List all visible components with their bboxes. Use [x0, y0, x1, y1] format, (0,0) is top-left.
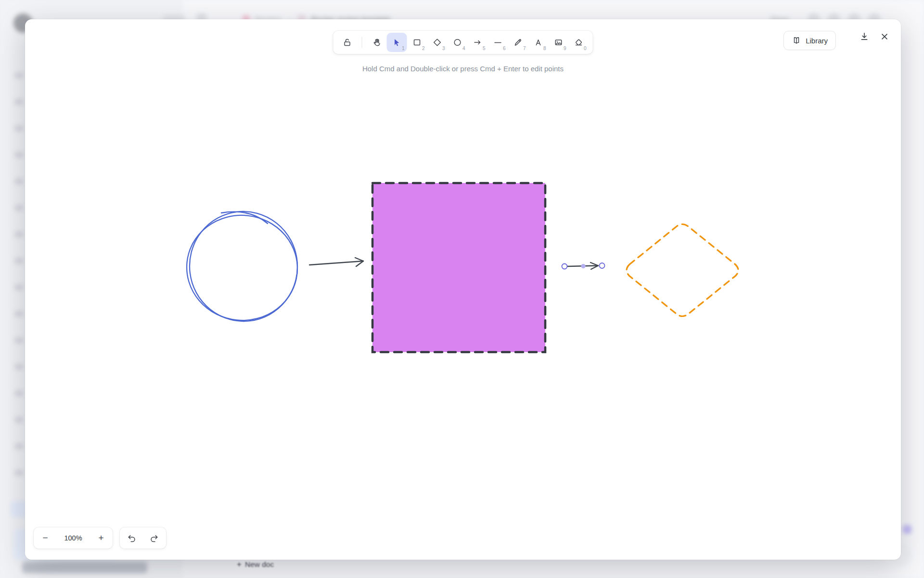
tool-ellipse[interactable]: 4	[448, 33, 468, 52]
tool-shortcut: 1	[402, 46, 405, 51]
tool-shortcut: 3	[442, 46, 445, 51]
plus-icon: +	[237, 560, 242, 569]
tool-lock[interactable]	[337, 33, 358, 52]
zoom-level[interactable]: 100%	[57, 534, 90, 542]
shape-selected-arrow[interactable]	[562, 263, 605, 269]
tool-shortcut: 4	[462, 46, 465, 51]
tool-hand[interactable]	[367, 33, 387, 52]
tool-line[interactable]: 6	[488, 33, 508, 52]
edit-points-hint: Hold Cmd and Double-click or press Cmd +…	[25, 65, 901, 73]
tool-text[interactable]: 8	[528, 33, 549, 52]
close-button[interactable]	[876, 28, 893, 45]
line-icon	[493, 38, 503, 47]
tool-rectangle[interactable]: 2	[407, 33, 427, 52]
tool-arrow[interactable]: 5	[468, 33, 488, 52]
tool-shortcut: 2	[422, 46, 425, 51]
tool-shortcut: 0	[584, 46, 587, 51]
tool-shortcut: 8	[543, 46, 546, 51]
tool-image[interactable]: 9	[549, 33, 569, 52]
rectangle-icon	[412, 38, 422, 47]
eraser-icon	[574, 38, 584, 47]
arrow-start-handle[interactable]	[562, 264, 567, 269]
arrow-icon	[473, 38, 483, 47]
arrow-midpoint-handle[interactable]	[581, 264, 585, 268]
zoom-in-button[interactable]: +	[90, 527, 113, 549]
library-label: Library	[806, 37, 828, 45]
zoom-out-button[interactable]: −	[34, 527, 57, 549]
tool-shortcut: 7	[523, 46, 526, 51]
undo-icon	[127, 533, 136, 543]
text-icon	[534, 38, 543, 47]
tool-shortcut: 6	[503, 46, 506, 51]
diamond-icon	[433, 38, 442, 47]
redo-icon	[150, 533, 159, 543]
whiteboard-modal: 1 2 3 4 5	[25, 19, 901, 560]
toolbar: 1 2 3 4 5	[334, 31, 593, 54]
shape-orange-diamond[interactable]	[627, 224, 738, 316]
hand-icon	[372, 38, 382, 47]
lock-icon	[343, 38, 352, 47]
undo-button[interactable]	[120, 527, 143, 549]
library-button[interactable]: Library	[783, 31, 836, 50]
tool-shortcut: 5	[483, 46, 486, 51]
image-icon	[554, 38, 564, 47]
ellipse-icon	[453, 38, 462, 47]
tool-eraser[interactable]: 0	[569, 33, 589, 52]
toolbar-divider	[362, 37, 362, 48]
arrow-end-handle[interactable]	[600, 263, 605, 268]
shape-violet-rectangle[interactable]	[372, 183, 545, 352]
export-button[interactable]	[856, 28, 873, 45]
tool-shortcut: 9	[564, 46, 566, 51]
shape-arrow-left[interactable]	[309, 258, 363, 266]
shape-sketch-ellipse[interactable]	[181, 205, 304, 328]
download-icon	[859, 31, 870, 42]
drawing-canvas[interactable]	[25, 19, 901, 560]
book-icon	[792, 36, 801, 45]
redo-button[interactable]	[143, 527, 166, 549]
new-doc-label: New doc	[245, 560, 274, 569]
tool-diamond[interactable]: 3	[427, 33, 448, 52]
history-controls	[120, 527, 166, 549]
new-doc-button: + New doc	[237, 560, 274, 569]
tool-draw[interactable]: 7	[508, 33, 528, 52]
selection-cursor-icon	[392, 38, 402, 47]
close-icon	[879, 31, 890, 42]
tool-selection[interactable]: 1	[387, 33, 407, 52]
zoom-controls: − 100% +	[34, 527, 113, 549]
pencil-icon	[513, 38, 523, 47]
